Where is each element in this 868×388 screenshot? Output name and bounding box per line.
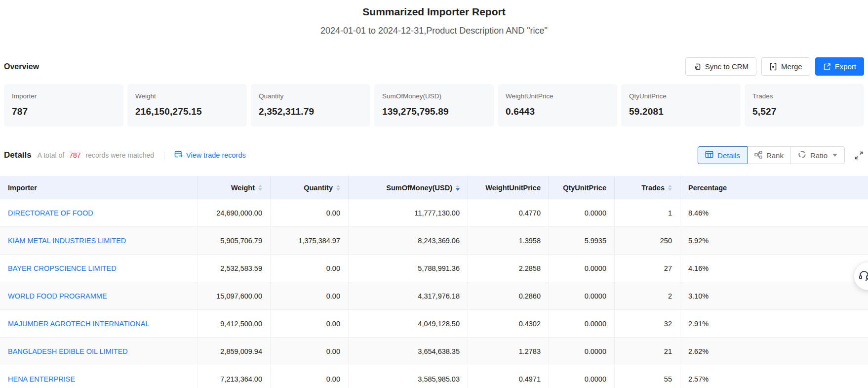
column-header-quantity[interactable]: Quantity	[271, 176, 349, 199]
rank-icon	[754, 151, 762, 160]
fullscreen-button[interactable]	[854, 150, 864, 161]
importer-link[interactable]: MAJUMDER AGROTECH INTERNATIONAL	[8, 320, 150, 328]
column-label: Importer	[8, 184, 37, 192]
sumofmoney-cell: 4,317,976.18	[349, 282, 468, 309]
percentage-cell: 2.57%	[680, 365, 868, 388]
column-header-sumofmoney[interactable]: SumOfMoney(USD)	[349, 176, 468, 199]
sync-icon	[693, 63, 701, 71]
details-left-cluster: Details A total of 787 records were matc…	[4, 150, 246, 160]
quantity-cell: 0.00	[271, 282, 349, 309]
toggle-rank-label: Rank	[766, 151, 784, 160]
weight-cell: 15,097,600.00	[197, 282, 271, 309]
importer-link[interactable]: BAYER CROPSCIENCE LIMITED	[8, 264, 117, 272]
column-header-importer[interactable]: Importer	[0, 176, 197, 199]
column-label: WeightUnitPrice	[485, 184, 541, 192]
importer-link[interactable]: WORLD FOOD PROGRAMME	[8, 292, 107, 300]
merge-button[interactable]: Merge	[761, 57, 810, 76]
percentage-cell: 3.10%	[680, 282, 868, 309]
table-row: DIRECTORATE OF FOOD 24,690,000.00 0.00 1…	[0, 199, 868, 227]
weightunitprice-cell: 0.2860	[468, 282, 549, 309]
export-icon	[823, 63, 831, 71]
importer-link[interactable]: BANGLADESH EDIBLE OIL LIMITED	[8, 347, 128, 355]
details-heading: Details	[4, 150, 32, 160]
export-label: Export	[835, 62, 856, 71]
column-header-weightunitprice[interactable]: WeightUnitPrice	[468, 176, 549, 199]
stat-card-label: WeightUnitPrice	[506, 92, 609, 100]
details-header-row: Details A total of 787 records were matc…	[0, 146, 868, 164]
total-prefix: A total of	[38, 151, 64, 159]
divider	[164, 152, 164, 159]
qtyunitprice-cell: 0.0000	[549, 282, 615, 309]
importer-cell: WORLD FOOD PROGRAMME	[0, 282, 197, 309]
sync-to-crm-button[interactable]: Sync to CRM	[685, 57, 756, 76]
toggle-details-button[interactable]: Details	[698, 146, 748, 164]
stat-card-value: 139,275,795.89	[382, 106, 486, 117]
percentage-cell: 4.16%	[680, 255, 868, 282]
importer-cell: MAJUMDER AGROTECH INTERNATIONAL	[0, 310, 197, 337]
quantity-cell: 0.00	[271, 365, 349, 388]
column-label: Quantity	[304, 184, 333, 192]
importer-link[interactable]: HENA ENTERPRISE	[8, 375, 75, 383]
chevron-down-icon	[832, 154, 837, 157]
matched-count: 787	[67, 151, 82, 159]
weightunitprice-cell: 0.4971	[468, 365, 549, 388]
weight-cell: 5,905,706.79	[197, 227, 271, 254]
toggle-ratio-button[interactable]: Ratio	[790, 146, 845, 164]
importer-cell: BANGLADESH EDIBLE OIL LIMITED	[0, 338, 197, 365]
trades-cell: 27	[615, 255, 680, 282]
table-row: BANGLADESH EDIBLE OIL LIMITED 2,859,009.…	[0, 338, 868, 365]
percentage-cell: 2.91%	[680, 310, 868, 337]
stat-card: Trades 5,527	[745, 84, 864, 127]
column-header-qtyunitprice[interactable]: QtyUnitPrice	[549, 176, 615, 199]
quantity-cell: 0.00	[271, 310, 349, 337]
column-header-trades[interactable]: Trades	[615, 176, 680, 199]
sumofmoney-cell: 4,049,128.50	[349, 310, 468, 337]
column-label: Weight	[231, 184, 255, 192]
merge-icon	[769, 63, 777, 71]
percentage-cell: 8.46%	[680, 199, 868, 226]
sort-icon-active-desc[interactable]	[456, 185, 460, 191]
quantity-cell: 0.00	[271, 199, 349, 226]
sumofmoney-cell: 11,777,130.00	[349, 199, 468, 226]
view-trade-records-link[interactable]: View trade records	[174, 151, 246, 160]
page-title: Summarized Importer Report	[0, 0, 868, 18]
sort-icon[interactable]	[258, 185, 262, 191]
page-subtitle: 2024-01-01 to 2024-12-31,Product Descrip…	[0, 26, 868, 36]
sort-icon[interactable]	[336, 185, 340, 191]
importers-table: Importer Weight Quantity SumOfMoney(USD)…	[0, 176, 868, 388]
overview-cards: Importer 787 Weight 216,150,275.15 Quant…	[0, 84, 868, 127]
sync-to-crm-label: Sync to CRM	[705, 62, 749, 71]
overview-heading: Overview	[4, 62, 39, 71]
stat-card-label: SumOfMoney(USD)	[382, 92, 486, 100]
trades-cell: 32	[615, 310, 680, 337]
stat-card: SumOfMoney(USD) 139,275,795.89	[374, 84, 494, 127]
toggle-ratio-label: Ratio	[810, 151, 828, 160]
weightunitprice-cell: 1.3958	[468, 227, 549, 254]
trades-cell: 55	[615, 365, 680, 388]
total-suffix: records were matched	[86, 151, 155, 159]
overview-toolbar: Overview Sync to CRM Merge	[0, 57, 868, 76]
qtyunitprice-cell: 0.0000	[549, 199, 615, 226]
toggle-rank-button[interactable]: Rank	[747, 146, 791, 164]
weight-cell: 2,532,583.59	[197, 255, 271, 282]
quantity-cell: 1,375,384.97	[271, 227, 349, 254]
toggle-details-label: Details	[717, 151, 740, 160]
column-header-weight[interactable]: Weight	[197, 176, 271, 199]
column-label: QtyUnitPrice	[563, 184, 606, 192]
stat-card-value: 59.2081	[629, 106, 733, 117]
table-row: BAYER CROPSCIENCE LIMITED 2,532,583.59 0…	[0, 255, 868, 282]
qtyunitprice-cell: 5.9935	[549, 227, 615, 254]
stat-card-label: Importer	[12, 92, 116, 100]
quantity-cell: 0.00	[271, 338, 349, 365]
weightunitprice-cell: 0.4302	[468, 310, 549, 337]
sort-icon[interactable]	[668, 185, 672, 191]
weightunitprice-cell: 0.4770	[468, 199, 549, 226]
export-button[interactable]: Export	[815, 57, 864, 76]
column-label: Percentage	[688, 184, 727, 192]
stat-card: QtyUnitPrice 59.2081	[621, 84, 741, 127]
importer-link[interactable]: KIAM METAL INDUSTRIES LIMITED	[8, 237, 126, 245]
table-body: DIRECTORATE OF FOOD 24,690,000.00 0.00 1…	[0, 199, 868, 388]
stat-card: Quantity 2,352,311.79	[251, 84, 370, 127]
importer-link[interactable]: DIRECTORATE OF FOOD	[8, 209, 93, 217]
qtyunitprice-cell: 0.0000	[549, 338, 615, 365]
